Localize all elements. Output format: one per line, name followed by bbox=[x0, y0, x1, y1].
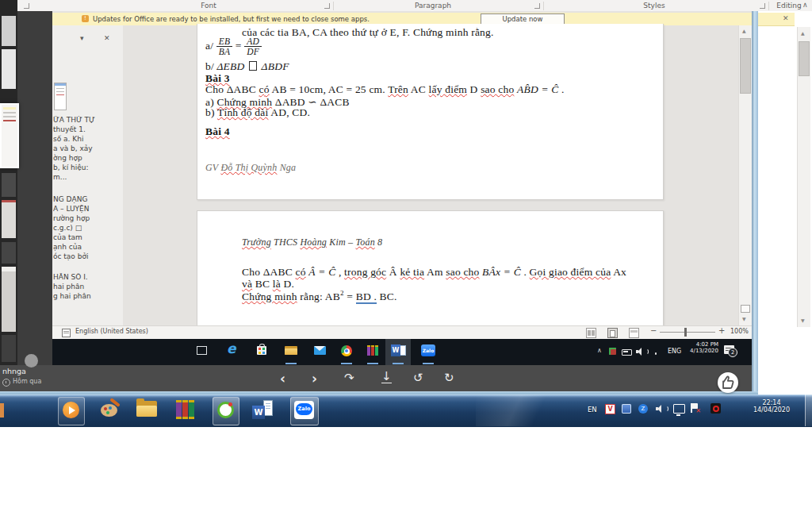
scroll-thumb[interactable] bbox=[740, 38, 751, 94]
word-ribbon-strip bbox=[0, 0, 812, 12]
file-explorer-icon[interactable] bbox=[285, 346, 297, 355]
nav-item[interactable]: của tam bbox=[53, 233, 122, 241]
nav-item[interactable]: HÂN SỐ I. bbox=[53, 273, 122, 281]
font-dialog-launcher-icon[interactable] bbox=[324, 3, 330, 9]
nav-item[interactable]: ờng hợp bbox=[53, 154, 122, 162]
zoom-in-icon[interactable]: + bbox=[718, 326, 725, 335]
nav-item[interactable]: b, kí hiệu: bbox=[53, 164, 122, 171]
folder-icon[interactable] bbox=[136, 401, 157, 417]
page-thumbnail-icon[interactable] bbox=[54, 83, 67, 110]
paint-icon[interactable] bbox=[100, 401, 119, 418]
scroll-up-icon[interactable]: ▲ bbox=[742, 28, 746, 33]
close-icon[interactable]: ✕ bbox=[104, 34, 110, 42]
paragraph-dialog-launcher-icon[interactable] bbox=[534, 3, 540, 9]
zoom-slider-thumb[interactable] bbox=[684, 328, 687, 337]
edge-icon[interactable]: e bbox=[227, 341, 236, 356]
language-indicator[interactable]: English (United States) bbox=[75, 328, 148, 335]
nav-item[interactable]: a và b, xảy bbox=[53, 144, 122, 152]
show-desktop-button[interactable] bbox=[805, 394, 812, 426]
tray-clock[interactable]: 22:14 14/04/2020 bbox=[744, 399, 799, 414]
media-player-button[interactable] bbox=[58, 397, 85, 425]
photo-thumbnail[interactable] bbox=[2, 200, 16, 238]
zalo-icon[interactable]: Zalo bbox=[421, 344, 435, 356]
nav-item[interactable]: ỮA THỨ TỰ bbox=[53, 116, 122, 124]
print-layout-icon[interactable] bbox=[607, 328, 618, 338]
word-icon[interactable]: W bbox=[391, 344, 406, 356]
notification-center-icon[interactable]: 2 bbox=[724, 345, 734, 354]
photo-thumbnail[interactable] bbox=[2, 267, 16, 332]
like-button[interactable] bbox=[718, 372, 738, 393]
collapse-ribbon-icon[interactable]: ∧ bbox=[802, 1, 808, 9]
tray-app-icon[interactable] bbox=[622, 404, 631, 414]
web-layout-icon[interactable] bbox=[629, 328, 639, 338]
speaker-icon[interactable] bbox=[636, 348, 647, 356]
task-view-icon[interactable] bbox=[197, 346, 207, 355]
speaker-icon[interactable] bbox=[656, 405, 667, 413]
tray-app-icon[interactable] bbox=[609, 348, 616, 355]
zalo-tray-icon[interactable]: Z bbox=[638, 404, 648, 414]
nav-item[interactable]: NG DẠNG bbox=[53, 195, 122, 203]
nav-item[interactable]: số a. Khi bbox=[53, 135, 122, 143]
photo-thumbnail[interactable] bbox=[2, 16, 16, 46]
nav-item[interactable]: m... bbox=[53, 173, 122, 181]
scroll-down-icon[interactable]: ▼ bbox=[742, 316, 746, 321]
tray-language[interactable]: EN bbox=[588, 406, 597, 414]
read-mode-icon[interactable] bbox=[586, 328, 596, 338]
screenshot-root: Font Paragraph Styles Editing ∧ ✕ ▲ ▼ ! … bbox=[0, 0, 812, 508]
share-icon[interactable]: ↷ bbox=[344, 371, 354, 385]
chrome-icon[interactable] bbox=[341, 345, 352, 356]
ribbon-group-editing: Editing bbox=[776, 2, 801, 10]
styles-dialog-launcher-icon[interactable] bbox=[760, 3, 765, 9]
doc-text-line: b/ ΔEBD ΔBDF bbox=[205, 60, 289, 73]
tray-language[interactable]: ENG bbox=[668, 348, 681, 355]
tray-app-icon[interactable] bbox=[710, 403, 721, 414]
scroll-down-icon[interactable]: ▼ bbox=[801, 318, 805, 323]
vietkey-icon[interactable]: V bbox=[605, 404, 615, 414]
word-icon[interactable]: W bbox=[252, 400, 273, 419]
photo-thumbnail-selected[interactable] bbox=[0, 103, 19, 168]
wifi-icon[interactable] bbox=[650, 347, 661, 356]
nav-item[interactable]: g hai phân bbox=[53, 292, 122, 300]
download-icon[interactable]: ↓ bbox=[381, 371, 392, 383]
nav-item[interactable]: rường hợp bbox=[53, 214, 122, 222]
zalo-button[interactable]: Zalo bbox=[290, 397, 319, 425]
proofing-book-icon[interactable] bbox=[62, 329, 71, 337]
nav-item[interactable]: A – LUYỆN bbox=[53, 205, 122, 213]
tray-clock[interactable]: 4:02 PM 4/13/2020 bbox=[685, 341, 718, 354]
network-icon[interactable] bbox=[673, 404, 685, 414]
rotate-left-icon[interactable]: ↺ bbox=[413, 371, 423, 385]
scroll-thumb[interactable] bbox=[799, 41, 810, 76]
nav-item[interactable]: óc tạo bởi bbox=[53, 252, 122, 260]
zoom-level[interactable]: 100% bbox=[730, 328, 749, 335]
coccoc-browser-button[interactable] bbox=[213, 397, 239, 425]
split-view-icon[interactable] bbox=[741, 305, 750, 313]
rotate-right-icon[interactable]: ↻ bbox=[444, 371, 454, 385]
mail-icon[interactable] bbox=[314, 346, 326, 355]
battery-icon[interactable] bbox=[622, 349, 632, 356]
avatar bbox=[25, 354, 38, 368]
nav-item[interactable]: c.g.c) □ bbox=[53, 224, 122, 232]
winrar-icon[interactable] bbox=[367, 345, 378, 356]
next-photo-icon[interactable]: › bbox=[312, 371, 317, 387]
photo-thumbnail[interactable] bbox=[2, 173, 16, 197]
previous-photo-icon[interactable]: ‹ bbox=[280, 371, 285, 387]
ribbon-group-font: Font bbox=[201, 2, 216, 10]
fraction: ADDF bbox=[244, 37, 262, 56]
action-center-flag-icon[interactable]: ✕ bbox=[691, 403, 699, 413]
zoom-out-icon[interactable]: − bbox=[650, 326, 657, 335]
photo-thumbnail[interactable] bbox=[2, 49, 16, 89]
tray-chevron-icon[interactable]: ∧ bbox=[597, 347, 602, 354]
nav-item[interactable]: hai phân bbox=[53, 283, 122, 291]
photo-thumbnail[interactable] bbox=[2, 242, 16, 264]
zoom-slider[interactable] bbox=[660, 332, 715, 333]
sent-time-label: Hôm qua bbox=[13, 378, 41, 385]
close-icon[interactable]: ✕ bbox=[783, 14, 789, 22]
scroll-up-icon[interactable]: ▲ bbox=[801, 30, 805, 36]
winrar-icon[interactable] bbox=[176, 400, 194, 419]
photo-thumbnail[interactable] bbox=[2, 335, 16, 362]
chevron-down-icon[interactable]: ▾ bbox=[80, 34, 84, 42]
clipboard-dialog-launcher-icon[interactable] bbox=[24, 3, 29, 9]
nav-item[interactable]: ạnh của bbox=[53, 243, 122, 251]
nav-item[interactable]: thuyết 1. bbox=[53, 125, 122, 133]
store-icon[interactable] bbox=[257, 346, 266, 355]
